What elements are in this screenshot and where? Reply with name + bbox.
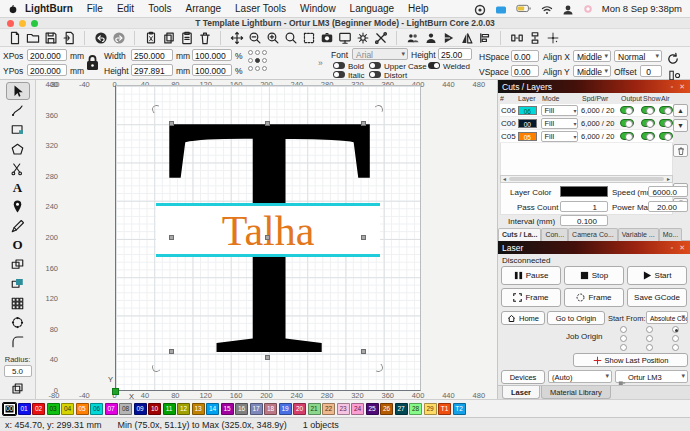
- position-laser-tool[interactable]: [6, 198, 30, 216]
- offset-input[interactable]: 0: [640, 65, 662, 77]
- settings-icon[interactable]: [354, 30, 371, 46]
- devices-button[interactable]: Devices: [501, 370, 545, 384]
- group-icon[interactable]: [404, 30, 421, 46]
- start-button[interactable]: Start: [627, 266, 687, 285]
- palette-swatch[interactable]: 13: [192, 403, 205, 415]
- delete-icon[interactable]: [196, 30, 213, 46]
- palette-swatch[interactable]: 29: [424, 403, 437, 415]
- layer-delete-button[interactable]: [673, 144, 688, 157]
- palette-swatch[interactable]: T1: [438, 403, 451, 415]
- layer-color-swatch[interactable]: 00: [518, 119, 537, 128]
- corner-radius-tool[interactable]: [6, 333, 30, 351]
- height-percent-input[interactable]: 100.000: [192, 64, 232, 76]
- palette-swatch[interactable]: 18: [264, 403, 277, 415]
- port-select[interactable]: (Auto): [548, 370, 612, 383]
- panel-tab[interactable]: Cuts / La...: [498, 228, 541, 241]
- move-to-position-icon[interactable]: [544, 30, 561, 46]
- redo-icon[interactable]: [110, 30, 127, 46]
- open-file-icon[interactable]: [24, 30, 41, 46]
- panel-tab[interactable]: Con...: [541, 228, 568, 241]
- aligny-select[interactable]: Middle: [573, 65, 611, 77]
- job-origin-radio[interactable]: [672, 335, 679, 342]
- selection-handle[interactable]: [169, 235, 174, 240]
- node-edit-tool[interactable]: [6, 159, 30, 177]
- cut-icon[interactable]: [142, 30, 159, 46]
- palette-swatch[interactable]: 25: [366, 403, 379, 415]
- display-icon[interactable]: [495, 4, 507, 14]
- menu-item[interactable]: Edit: [110, 3, 141, 14]
- font-height-input[interactable]: 25.00: [438, 48, 472, 60]
- output-toggle-cell[interactable]: [620, 119, 642, 127]
- output-toggle[interactable]: [620, 132, 634, 140]
- go-to-origin-button[interactable]: Go to Origin: [547, 311, 605, 325]
- panel-dock-close-icons[interactable]: ▫ ✕: [671, 83, 687, 91]
- palette-swatch[interactable]: 21: [308, 403, 321, 415]
- frame-circle-button[interactable]: Frame: [564, 288, 624, 307]
- zoom-frame-icon[interactable]: [282, 30, 299, 46]
- job-origin-radio[interactable]: [620, 326, 627, 333]
- save-file-icon[interactable]: [42, 30, 59, 46]
- air-toggle[interactable]: [659, 132, 673, 140]
- palette-swatch[interactable]: 20: [293, 403, 306, 415]
- window-titlebar[interactable]: T Template Lightburn - Ortur LM3 (Beginn…: [0, 18, 690, 29]
- wifi-icon[interactable]: [541, 4, 553, 14]
- palette-swatch[interactable]: 27: [395, 403, 408, 415]
- apple-icon[interactable]: [8, 4, 18, 14]
- palette-swatch[interactable]: 10: [148, 403, 161, 415]
- pass-count-input[interactable]: 1: [560, 201, 608, 212]
- distort-toggle[interactable]: [369, 71, 381, 78]
- height-input[interactable]: 297.891: [131, 64, 173, 76]
- copy-along-path-tool[interactable]: [6, 380, 30, 398]
- palette-swatch[interactable]: 02: [32, 403, 45, 415]
- air-toggle-cell[interactable]: [659, 132, 673, 140]
- palette-swatch[interactable]: 09: [134, 403, 147, 415]
- job-origin-radio[interactable]: [646, 344, 653, 351]
- menu-item[interactable]: Arrange: [178, 3, 228, 14]
- import-icon[interactable]: [60, 30, 77, 46]
- panel-dock-close-icons[interactable]: ▫ ✕: [671, 244, 687, 252]
- close-window-button[interactable]: [7, 20, 14, 27]
- layer-table-hscrollbar[interactable]: ◄►: [500, 175, 673, 183]
- send-icon[interactable]: [440, 30, 457, 46]
- alignx-select[interactable]: Middle: [573, 50, 611, 62]
- rectangle-tool[interactable]: [6, 121, 30, 139]
- palette-swatch[interactable]: 15: [221, 403, 234, 415]
- job-origin-radio[interactable]: [672, 326, 679, 333]
- job-origin-radio[interactable]: [646, 326, 653, 333]
- undo-icon[interactable]: [92, 30, 109, 46]
- ungroup-icon[interactable]: [422, 30, 439, 46]
- frame-selection-icon[interactable]: [300, 30, 317, 46]
- laser-header[interactable]: Laser ▫ ✕: [498, 241, 690, 254]
- air-toggle-cell[interactable]: [659, 119, 673, 127]
- layer-color-swatch-current[interactable]: [560, 186, 608, 197]
- layer-color-cell[interactable]: 00: [518, 119, 542, 128]
- polygon-tool[interactable]: [6, 140, 30, 158]
- layer-move-up-button[interactable]: ▲: [673, 104, 688, 117]
- hspace-input[interactable]: 0.00: [511, 50, 539, 62]
- output-toggle-cell[interactable]: [620, 106, 642, 114]
- ypos-input[interactable]: 200.000: [27, 64, 67, 76]
- job-origin-radio[interactable]: [672, 344, 679, 351]
- palette-swatch[interactable]: 19: [279, 403, 292, 415]
- pause-button[interactable]: Pause: [501, 266, 561, 285]
- device-settings-icon[interactable]: [372, 30, 389, 46]
- palette-swatch[interactable]: 26: [380, 403, 393, 415]
- draw-lines-tool[interactable]: [6, 101, 30, 119]
- preview-icon[interactable]: [336, 30, 353, 46]
- palette-swatch[interactable]: 12: [177, 403, 190, 415]
- pan-icon[interactable]: [228, 30, 245, 46]
- width-percent-input[interactable]: 100.000: [192, 49, 232, 61]
- anchor-point-selector[interactable]: [248, 50, 269, 74]
- layer-mode-cell[interactable]: Fill: [541, 105, 581, 116]
- palette-swatch[interactable]: 01: [18, 403, 31, 415]
- palette-swatch[interactable]: 07: [105, 403, 118, 415]
- palette-swatch[interactable]: 14: [206, 403, 219, 415]
- save-gcode-button[interactable]: Save GCode: [627, 288, 687, 307]
- palette-swatch[interactable]: 00: [3, 403, 16, 415]
- air-toggle-cell[interactable]: [659, 106, 673, 114]
- output-toggle-cell[interactable]: [620, 132, 642, 140]
- speed-input[interactable]: 6000.0: [648, 186, 688, 197]
- menu-item[interactable]: LightBurn: [18, 3, 80, 14]
- palette-swatch[interactable]: 03: [47, 403, 60, 415]
- menu-item[interactable]: Help: [401, 3, 436, 14]
